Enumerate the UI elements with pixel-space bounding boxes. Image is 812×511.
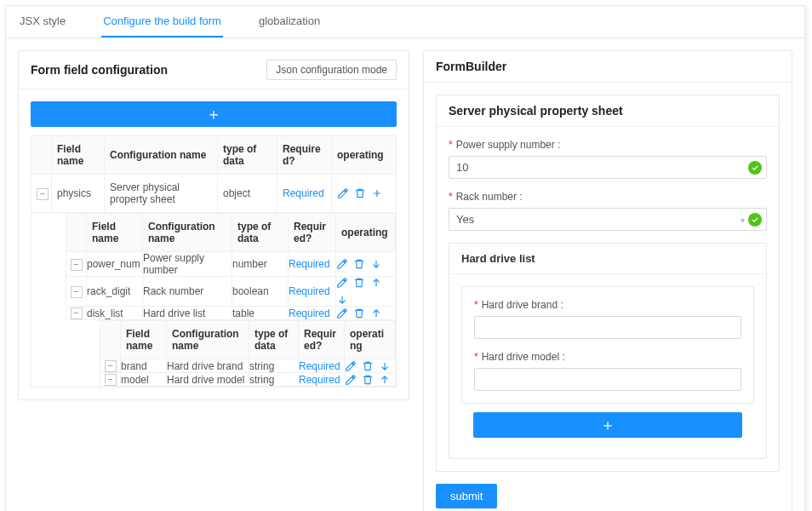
- cell-field: brand: [121, 359, 167, 373]
- delete-icon[interactable]: [353, 277, 365, 289]
- delete-icon[interactable]: [353, 258, 365, 270]
- card-title: Server physical property sheet: [437, 95, 779, 127]
- cell-field: power_num: [87, 252, 143, 277]
- required-star: *: [449, 191, 453, 203]
- brand-label: Hard drive brand :: [482, 299, 563, 311]
- table-row: −disk_listHard drive listtableRequired: [66, 307, 396, 320]
- required-toggle[interactable]: Required: [289, 307, 330, 319]
- cell-type: object: [218, 175, 277, 213]
- json-config-mode-button[interactable]: Json configuration mode: [266, 60, 397, 80]
- cell-type: table: [232, 307, 289, 320]
- add-hard-drive-button[interactable]: ＋: [473, 412, 742, 438]
- th-config-name: Configuration name: [105, 136, 218, 175]
- property-sheet-card: Server physical property sheet *Power su…: [436, 95, 780, 472]
- table-row: −power_numPower supply numbernumberRequi…: [66, 252, 396, 277]
- valid-check-icon: [748, 213, 762, 227]
- collapse-icon[interactable]: −: [71, 286, 83, 298]
- cell-type: string: [249, 373, 299, 387]
- level2-table: Field name Configuration name type of da…: [66, 213, 396, 320]
- required-star: *: [474, 351, 478, 363]
- up-icon[interactable]: [370, 277, 382, 289]
- table-row: −brandHard drive brandstringRequired: [100, 359, 396, 373]
- tab-configure-build-form[interactable]: Configure the build form: [101, 6, 223, 37]
- required-toggle[interactable]: Required: [289, 258, 330, 270]
- table-row: −modelHard drive modelstringRequired: [100, 373, 396, 387]
- tab-globalization[interactable]: globalization: [257, 6, 322, 37]
- cell-field: disk_list: [87, 307, 143, 320]
- rack-number-select[interactable]: Yes: [449, 208, 767, 231]
- th-type: type of data: [218, 136, 277, 175]
- edit-icon[interactable]: [336, 258, 348, 270]
- hard-drive-list-card: Hard drive list *Hard drive brand : *Har…: [449, 243, 767, 459]
- panel-title: FormBuilder: [436, 60, 506, 73]
- collapse-icon[interactable]: −: [71, 259, 83, 271]
- cell-config: Hard drive brand: [167, 359, 249, 373]
- required-star: *: [474, 299, 478, 311]
- rack-label: Rack number :: [456, 191, 523, 203]
- th-field-name: Field name: [52, 136, 105, 175]
- delete-icon[interactable]: [362, 374, 374, 386]
- power-supply-input[interactable]: [449, 156, 767, 179]
- down-icon[interactable]: [379, 360, 391, 372]
- down-icon[interactable]: [370, 258, 382, 270]
- th-operating: operating: [332, 136, 397, 175]
- cell-config: Hard drive model: [167, 373, 249, 387]
- cell-config: Hard drive list: [143, 307, 232, 320]
- hard-drive-model-input[interactable]: [474, 368, 741, 391]
- edit-icon[interactable]: [336, 277, 348, 289]
- cell-config: Server physical property sheet: [105, 175, 218, 213]
- required-toggle[interactable]: Required: [299, 360, 340, 372]
- power-label: Power supply number :: [456, 139, 561, 151]
- submit-button[interactable]: submit: [436, 484, 497, 508]
- edit-icon[interactable]: [337, 187, 349, 199]
- edit-icon[interactable]: [345, 374, 357, 386]
- delete-icon[interactable]: [354, 187, 366, 199]
- card-title: Hard drive list: [449, 244, 766, 274]
- root-table: Field name Configuration name type of da…: [31, 135, 397, 388]
- add-child-icon[interactable]: [371, 187, 383, 199]
- add-row-button[interactable]: ＋: [31, 101, 397, 127]
- required-star: *: [449, 139, 453, 151]
- delete-icon[interactable]: [362, 360, 374, 372]
- tab-jsx-style[interactable]: JSX style: [18, 6, 67, 37]
- cell-field: physics: [52, 175, 105, 213]
- cell-config: Rack number: [143, 277, 232, 307]
- valid-check-icon: [748, 161, 762, 175]
- cell-config: Power supply number: [143, 252, 232, 277]
- panel-title: Form field configuration: [31, 63, 168, 77]
- up-icon[interactable]: [379, 374, 391, 386]
- app-root: JSX style Configure the build form globa…: [5, 5, 805, 511]
- table-row: − physics Server physical property sheet…: [31, 175, 397, 213]
- down-icon[interactable]: [336, 294, 348, 306]
- formbuilder-panel: FormBuilder Server physical property she…: [423, 50, 792, 511]
- th-required: Required?: [277, 136, 332, 175]
- edit-icon[interactable]: [345, 360, 357, 372]
- cell-field: model: [121, 373, 167, 387]
- edit-icon[interactable]: [336, 307, 348, 319]
- table-row: −rack_digitRack numberbooleanRequired: [66, 277, 396, 307]
- model-label: Hard drive model :: [482, 351, 565, 363]
- collapse-icon[interactable]: −: [105, 360, 117, 372]
- required-toggle[interactable]: Required: [289, 285, 330, 297]
- cell-field: rack_digit: [87, 277, 143, 307]
- tabs: JSX style Configure the build form globa…: [6, 6, 804, 38]
- level3-table: Field name Configuration name type of da…: [100, 320, 396, 387]
- required-toggle[interactable]: Required: [299, 374, 340, 386]
- cell-type: string: [249, 359, 299, 373]
- collapse-icon[interactable]: −: [37, 188, 49, 200]
- collapse-icon[interactable]: −: [105, 374, 117, 386]
- hard-drive-brand-input[interactable]: [474, 316, 741, 339]
- required-toggle[interactable]: Required: [283, 187, 324, 199]
- collapse-icon[interactable]: −: [71, 307, 83, 319]
- cell-type: number: [232, 252, 289, 277]
- cell-type: boolean: [232, 277, 289, 307]
- up-icon[interactable]: [370, 307, 382, 319]
- delete-icon[interactable]: [353, 307, 365, 319]
- form-field-config-panel: Form field configuration Json configurat…: [18, 50, 409, 400]
